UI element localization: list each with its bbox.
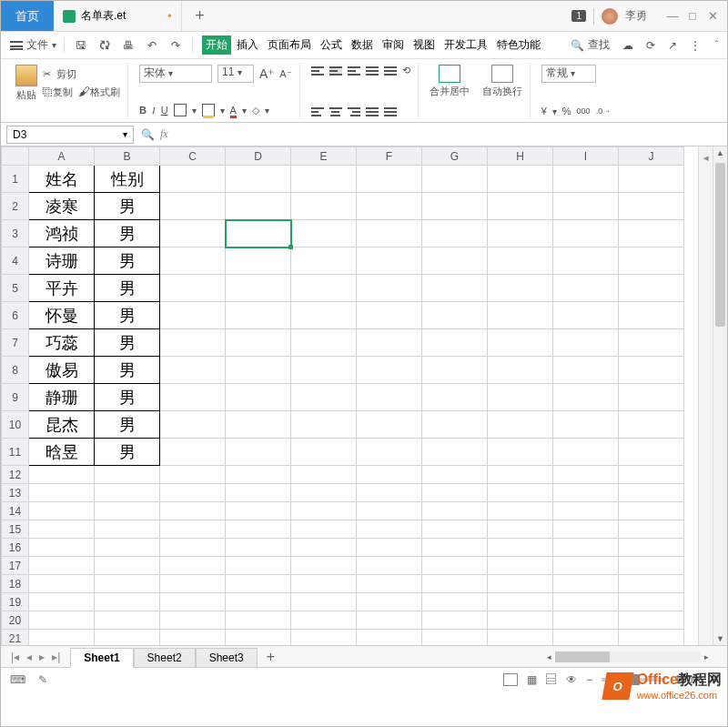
row-header[interactable]: 3	[2, 220, 29, 247]
cell[interactable]	[95, 611, 160, 630]
cell[interactable]	[553, 247, 619, 275]
cell[interactable]	[619, 411, 684, 439]
cell[interactable]	[160, 411, 226, 439]
cell[interactable]	[357, 247, 422, 275]
increase-decimal-button[interactable]: .0→	[596, 106, 612, 116]
page-break-view-icon[interactable]: ⿳	[546, 673, 557, 686]
cell[interactable]	[619, 630, 684, 646]
cloud-icon[interactable]: ☁	[622, 39, 633, 52]
row-header[interactable]: 21	[2, 630, 29, 646]
row-header[interactable]: 4	[2, 247, 29, 275]
cell[interactable]	[422, 630, 488, 646]
sheet-nav-prev-icon[interactable]: ◂	[24, 651, 35, 663]
row-header[interactable]: 7	[2, 329, 29, 357]
cell[interactable]: 傲易	[29, 357, 95, 384]
borders-button[interactable]	[174, 104, 187, 116]
fill-color-button[interactable]	[202, 104, 215, 116]
cell[interactable]	[291, 539, 357, 557]
cell[interactable]	[619, 166, 684, 193]
cut-button[interactable]: 剪切	[43, 67, 120, 81]
cell[interactable]	[357, 439, 422, 466]
cell[interactable]	[422, 302, 488, 329]
cell[interactable]	[160, 593, 226, 611]
normal-view-icon[interactable]	[503, 673, 518, 686]
row-header[interactable]: 6	[2, 302, 29, 329]
cell[interactable]	[488, 557, 553, 575]
cell[interactable]	[553, 484, 619, 502]
row-header[interactable]: 18	[2, 575, 29, 593]
cell[interactable]	[553, 630, 619, 646]
cell[interactable]: 晗昱	[29, 439, 95, 466]
cell[interactable]	[553, 357, 619, 384]
cell[interactable]	[95, 539, 160, 557]
cell[interactable]: 平卉	[29, 275, 95, 302]
cell[interactable]: 姓名	[29, 166, 95, 193]
tab-insert[interactable]: 插入	[233, 35, 262, 55]
cell[interactable]	[226, 302, 291, 329]
cell[interactable]	[226, 247, 291, 275]
tab-start[interactable]: 开始	[202, 35, 231, 55]
cell[interactable]	[291, 557, 357, 575]
row-header[interactable]: 9	[2, 384, 29, 411]
cell[interactable]	[291, 520, 357, 539]
user-name[interactable]: 李勇	[625, 8, 647, 24]
cell[interactable]	[357, 557, 422, 575]
cell[interactable]	[160, 439, 226, 466]
font-color-button[interactable]: A	[230, 105, 237, 116]
cell[interactable]	[160, 611, 226, 630]
col-header-B[interactable]: B	[95, 147, 160, 166]
align-right-icon[interactable]	[348, 107, 360, 116]
cell[interactable]: 静珊	[29, 384, 95, 411]
cell[interactable]	[29, 539, 95, 557]
cell[interactable]: 男	[95, 193, 160, 220]
cell[interactable]	[553, 411, 619, 439]
sheet-nav-last-icon[interactable]: ▸|	[49, 651, 63, 663]
cell[interactable]	[553, 439, 619, 466]
cell[interactable]	[357, 593, 422, 611]
cell[interactable]	[291, 357, 357, 384]
col-header-I[interactable]: I	[553, 147, 619, 166]
cell[interactable]	[357, 357, 422, 384]
cell[interactable]	[422, 593, 488, 611]
row-header[interactable]: 5	[2, 275, 29, 302]
cell[interactable]	[95, 520, 160, 539]
cell[interactable]	[160, 357, 226, 384]
increase-indent-icon[interactable]	[384, 66, 397, 76]
effects-button[interactable]: ◇	[252, 105, 259, 116]
cell[interactable]: 诗珊	[29, 247, 95, 275]
cell[interactable]	[226, 193, 291, 220]
cell[interactable]	[619, 384, 684, 411]
cell[interactable]	[553, 275, 619, 302]
new-tab-button[interactable]: +	[182, 1, 218, 31]
row-header[interactable]: 17	[2, 557, 29, 575]
increase-font-icon[interactable]: A⁺	[259, 66, 274, 81]
tab-page-layout[interactable]: 页面布局	[264, 35, 315, 55]
cell[interactable]	[422, 166, 488, 193]
cell[interactable]	[553, 539, 619, 557]
cell[interactable]	[226, 593, 291, 611]
align-middle-icon[interactable]	[329, 66, 342, 76]
cell[interactable]	[488, 384, 553, 411]
cell[interactable]: 性别	[95, 166, 160, 193]
trace-icon[interactable]: 🔍	[141, 128, 155, 141]
cell[interactable]	[422, 539, 488, 557]
cell[interactable]	[357, 302, 422, 329]
cell[interactable]	[160, 502, 226, 520]
tab-formulas[interactable]: 公式	[317, 35, 346, 55]
cell[interactable]	[291, 439, 357, 466]
tab-special[interactable]: 特色功能	[493, 35, 544, 55]
cell[interactable]	[619, 466, 684, 484]
tab-developer[interactable]: 开发工具	[440, 35, 491, 55]
print-direct-icon[interactable]: 🗘	[97, 38, 112, 53]
distribute-icon[interactable]	[384, 107, 397, 116]
cell[interactable]	[226, 166, 291, 193]
scroll-up-icon[interactable]: ▲	[713, 148, 727, 157]
cell[interactable]	[553, 384, 619, 411]
effects-dropdown[interactable]: ▾	[265, 106, 269, 116]
cell[interactable]	[553, 193, 619, 220]
sheet-tab-2[interactable]: Sheet2	[134, 648, 196, 667]
cell[interactable]	[95, 502, 160, 520]
cell[interactable]	[422, 247, 488, 275]
cell[interactable]	[619, 220, 684, 247]
cell[interactable]	[291, 593, 357, 611]
